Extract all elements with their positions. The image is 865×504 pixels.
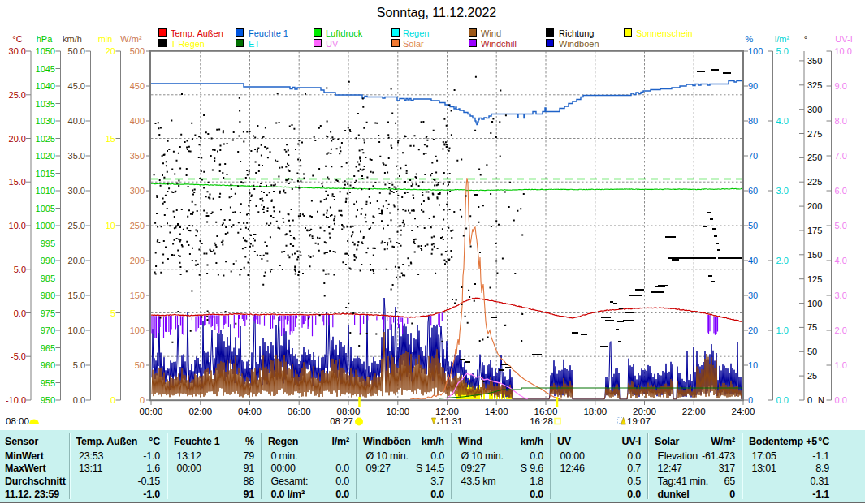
- svg-text:25.0: 25.0: [68, 221, 85, 230]
- svg-text:08:00: 08:00: [337, 407, 361, 416]
- svg-text:970: 970: [41, 325, 55, 335]
- svg-text:500: 500: [130, 46, 145, 56]
- svg-text:80: 80: [748, 116, 758, 126]
- svg-text:7.0: 7.0: [835, 151, 847, 161]
- svg-text:10.0: 10.0: [835, 46, 852, 56]
- svg-text:20.0: 20.0: [9, 134, 26, 144]
- svg-text:90: 90: [748, 81, 758, 91]
- svg-text:15.0: 15.0: [68, 291, 85, 300]
- svg-text:20:00: 20:00: [633, 407, 656, 416]
- svg-text:150: 150: [130, 291, 145, 300]
- svg-text:955: 955: [41, 378, 55, 388]
- svg-text:-10.0: -10.0: [6, 395, 26, 405]
- svg-text:08:27: 08:27: [330, 416, 353, 426]
- svg-text:100: 100: [130, 325, 145, 335]
- svg-text:50.0: 50.0: [68, 46, 85, 56]
- svg-text:km/h: km/h: [63, 34, 82, 44]
- svg-text:-5.0: -5.0: [11, 351, 26, 361]
- svg-text:1015: 1015: [36, 169, 55, 179]
- svg-text:70: 70: [748, 151, 758, 161]
- svg-text:980: 980: [41, 291, 55, 300]
- svg-text:5: 5: [110, 308, 115, 318]
- svg-text:225: 225: [807, 177, 822, 187]
- svg-text:15.0: 15.0: [9, 177, 26, 187]
- svg-text:1050: 1050: [36, 46, 55, 56]
- svg-text:125: 125: [807, 274, 822, 284]
- svg-text:250: 250: [807, 153, 822, 162]
- svg-text:30.0: 30.0: [68, 186, 85, 196]
- svg-text:275: 275: [807, 129, 822, 139]
- svg-text:60: 60: [748, 186, 758, 196]
- svg-text:1.0: 1.0: [835, 360, 847, 370]
- svg-text:175: 175: [807, 226, 822, 235]
- svg-text:14:00: 14:00: [485, 407, 508, 416]
- svg-text:UV-I: UV-I: [835, 34, 852, 44]
- svg-text:4.0: 4.0: [835, 256, 847, 265]
- svg-text:0.0: 0.0: [73, 395, 85, 405]
- svg-text:10.0: 10.0: [68, 325, 85, 335]
- svg-text:1000: 1000: [36, 221, 55, 230]
- svg-text:16:28: 16:28: [530, 416, 553, 426]
- svg-text:20.0: 20.0: [68, 256, 85, 265]
- svg-text:30.0: 30.0: [9, 46, 26, 56]
- svg-text:200: 200: [130, 256, 145, 265]
- svg-text:100: 100: [748, 46, 763, 56]
- svg-text:0: 0: [110, 395, 115, 405]
- svg-text:18:00: 18:00: [583, 407, 607, 416]
- svg-text:10: 10: [748, 360, 758, 370]
- svg-text:°: °: [804, 34, 807, 44]
- svg-text:24:00: 24:00: [732, 407, 755, 416]
- svg-text:12:00: 12:00: [435, 407, 459, 416]
- svg-text:3.0: 3.0: [776, 186, 789, 196]
- svg-text:15: 15: [106, 134, 115, 144]
- svg-text:hPa: hPa: [37, 34, 53, 44]
- svg-text:0.0: 0.0: [835, 395, 847, 405]
- svg-text:1035: 1035: [36, 99, 55, 109]
- svg-text:450: 450: [130, 81, 145, 91]
- svg-text:45.0: 45.0: [68, 81, 85, 91]
- svg-text:950: 950: [41, 395, 55, 405]
- svg-text:2.0: 2.0: [835, 325, 847, 335]
- svg-text:150: 150: [807, 250, 822, 260]
- svg-text:6.0: 6.0: [835, 186, 847, 196]
- svg-text:N: N: [818, 395, 824, 405]
- svg-text:20: 20: [106, 46, 115, 56]
- svg-text:%: %: [746, 34, 754, 44]
- svg-text:08:00: 08:00: [6, 416, 29, 426]
- svg-text:400: 400: [130, 116, 145, 126]
- svg-text:40.0: 40.0: [68, 116, 85, 126]
- svg-text:4.0: 4.0: [776, 116, 789, 126]
- svg-text:10.0: 10.0: [9, 221, 26, 230]
- svg-text:10:00: 10:00: [386, 407, 409, 416]
- svg-text:5.0: 5.0: [73, 360, 85, 370]
- svg-text:3.0: 3.0: [835, 291, 847, 300]
- svg-text:40: 40: [748, 256, 758, 265]
- svg-text:1045: 1045: [36, 64, 55, 74]
- svg-text:100: 100: [807, 299, 822, 308]
- svg-text:1020: 1020: [36, 151, 55, 161]
- svg-text:16:00: 16:00: [534, 407, 558, 416]
- svg-text:985: 985: [41, 274, 55, 283]
- svg-text:965: 965: [41, 343, 55, 353]
- svg-text:min: min: [98, 34, 113, 44]
- svg-text:1.0: 1.0: [776, 325, 789, 335]
- svg-text:30: 30: [748, 291, 758, 300]
- svg-text:250: 250: [130, 221, 145, 230]
- svg-text:10: 10: [106, 221, 115, 230]
- svg-text:04:00: 04:00: [238, 407, 262, 416]
- svg-text:22:00: 22:00: [682, 407, 706, 416]
- svg-text:25.0: 25.0: [9, 90, 26, 100]
- svg-text:0.0: 0.0: [14, 308, 26, 318]
- svg-text:19:07: 19:07: [627, 416, 651, 426]
- svg-text:1040: 1040: [36, 81, 55, 91]
- svg-text:350: 350: [807, 56, 822, 66]
- svg-text:5.0: 5.0: [835, 221, 847, 230]
- svg-text:1010: 1010: [36, 186, 55, 196]
- svg-text:960: 960: [41, 360, 55, 370]
- svg-text:0: 0: [807, 395, 812, 405]
- svg-text:50: 50: [807, 347, 817, 356]
- svg-text:300: 300: [807, 105, 822, 114]
- svg-text:300: 300: [130, 186, 145, 196]
- svg-text:5.0: 5.0: [776, 46, 789, 56]
- svg-text:0: 0: [748, 395, 753, 405]
